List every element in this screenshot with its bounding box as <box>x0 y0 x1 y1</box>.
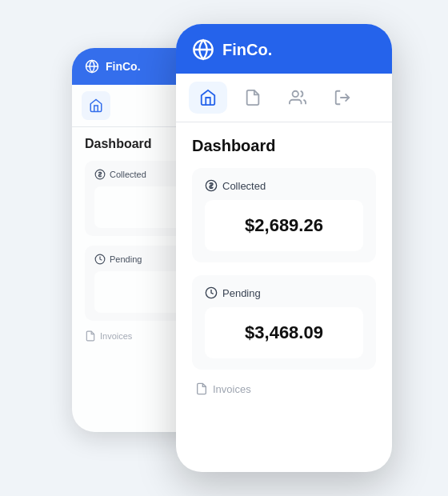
phones-container: FinCo. Dashboard Collected <box>56 24 392 472</box>
front-nav-logout[interactable] <box>323 82 362 114</box>
front-collected-value: $2,689.26 <box>245 215 323 236</box>
front-collected-value-area: $2,689.26 <box>205 200 363 251</box>
doc-icon-back <box>85 330 96 342</box>
front-phone-header: FinCo. <box>176 24 392 74</box>
invoices-icon-front <box>195 382 208 395</box>
front-pending-value-area: $3,468.09 <box>205 307 363 358</box>
globe-icon-front <box>192 38 214 61</box>
doc-icon-front <box>244 89 262 106</box>
front-pending-label: Pending <box>205 286 363 299</box>
svg-point-6 <box>293 91 298 97</box>
clock-icon-front <box>205 286 218 299</box>
front-content: Dashboard Collected $2,689.26 <box>176 122 392 410</box>
back-nav-home[interactable] <box>82 91 110 120</box>
logout-icon-front <box>334 89 351 106</box>
front-nav-bar <box>176 74 392 122</box>
front-nav-docs[interactable] <box>234 82 272 114</box>
front-invoices-section: Invoices <box>192 382 376 395</box>
front-collected-card: Collected $2,689.26 <box>192 168 376 262</box>
front-page-title: Dashboard <box>192 137 376 155</box>
phone-front: FinCo. <box>176 24 392 472</box>
front-nav-home[interactable] <box>189 82 227 114</box>
front-pending-card: Pending $3,468.09 <box>192 275 376 370</box>
dollar-circle-icon <box>205 179 218 192</box>
front-invoices-label: Invoices <box>213 383 251 395</box>
front-app-name: FinCo. <box>222 41 272 59</box>
front-nav-users[interactable] <box>278 82 317 114</box>
back-app-name: FinCo. <box>106 60 141 73</box>
front-collected-label: Collected <box>205 179 363 192</box>
globe-icon-back <box>85 59 99 74</box>
clock-icon-back <box>94 254 106 265</box>
dollar-icon-back <box>94 169 106 180</box>
home-icon-back <box>89 98 103 113</box>
users-icon-front <box>289 89 306 106</box>
home-icon-front <box>199 89 217 106</box>
front-pending-value: $3,468.09 <box>245 322 323 343</box>
